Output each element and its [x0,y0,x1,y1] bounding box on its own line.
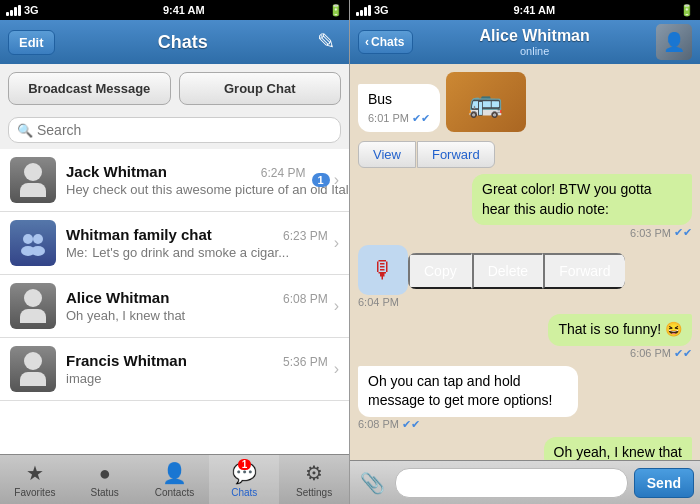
message-text: Great color! BTW you gotta hear this aud… [482,181,652,217]
tab-chats[interactable]: 💬 1 Chats [209,455,279,504]
settings-icon: ⚙ [305,461,323,485]
message-time-row: 6:04 PM [358,296,399,308]
avatar-head [24,352,42,370]
svg-point-0 [23,234,33,244]
search-input-wrap: 🔍 [8,117,341,143]
avatar-person-alice [10,283,56,329]
send-button[interactable]: Send [634,468,694,498]
chevron-right-icon: › [334,171,339,189]
back-button[interactable]: ‹ Chats [358,30,413,54]
right-nav-bar: ‹ Chats Alice Whitman online 👤 [350,20,700,64]
contact-status: online [419,45,650,57]
search-input[interactable] [37,122,332,138]
avatar [10,346,56,392]
network-type: 3G [24,4,39,16]
avatar [10,157,56,203]
attach-button[interactable]: 📎 [356,469,389,497]
chat-preview: Me: [66,245,88,260]
copy-button[interactable]: Copy [408,253,472,289]
tab-badge: 1 [238,459,252,470]
bus-icon: 🚌 [468,86,503,119]
message-input[interactable] [395,468,628,498]
list-item[interactable]: Francis Whitman 5:36 PM image › [0,338,349,401]
message-row: Bus 6:01 PM ✔✔ 🚌 [358,72,692,132]
forward-button[interactable]: Forward [543,253,624,289]
avatar-head [24,289,42,307]
bar4 [368,5,371,16]
edit-button[interactable]: Edit [8,30,55,55]
bar1 [6,12,9,16]
tab-label: Favorites [14,487,55,498]
tab-bar: ★ Favorites ● Status 👤 Contacts 💬 1 Chat… [0,454,349,504]
message-bubble[interactable]: Oh you can tap and hold message to get m… [358,366,578,417]
chevron-right-icon: › [334,297,339,315]
chat-info: Alice Whitman 6:08 PM Oh yeah, I knew th… [66,289,328,324]
search-icon: 🔍 [17,123,33,138]
tab-favorites[interactable]: ★ Favorites [0,455,70,504]
search-bar: 🔍 [0,113,349,149]
contact-name: Alice Whitman [419,27,650,45]
list-item[interactable]: Whitman family chat 6:23 PM Me: Let's go… [0,212,349,275]
list-item[interactable]: Jack Whitman 6:24 PM Hey check out this … [0,149,349,212]
status-icon: ● [99,462,111,485]
message-bubble[interactable]: That is so funny! 😆 [548,314,692,346]
message-row: 🎙 Copy Delete Forward 6:04 PM [358,245,692,308]
message-with-image: Bus 6:01 PM ✔✔ 🚌 [358,72,526,132]
avatar-body [20,372,46,386]
contact-avatar[interactable]: 👤 [656,24,692,60]
message-image[interactable]: 🚌 [446,72,526,132]
double-check-icon: ✔✔ [674,226,692,239]
message-time: 6:04 PM [358,296,399,308]
chat-time: 6:23 PM [283,229,328,243]
message-time: 6:06 PM [630,347,671,359]
right-status-bar: 3G 9:41 AM 🔋 [350,0,700,20]
chat-name: Francis Whitman [66,352,187,369]
delete-button[interactable]: Delete [472,253,543,289]
favorites-icon: ★ [26,461,44,485]
message-row: Great color! BTW you gotta hear this aud… [358,174,692,239]
bar2 [360,10,363,16]
svg-point-3 [31,246,45,256]
chat-name: Whitman family chat [66,226,212,243]
tab-status[interactable]: ● Status [70,455,140,504]
message-row: Oh you can tap and hold message to get m… [358,366,692,431]
chat-time: 5:36 PM [283,355,328,369]
avatar [10,220,56,266]
group-chat-button[interactable]: Group Chat [179,72,342,105]
chat-preview: image [66,371,101,386]
back-chevron-icon: ‹ [365,35,369,49]
chat-info: Francis Whitman 5:36 PM image [66,352,328,387]
avatar-body [20,309,46,323]
message-time-row: 6:08 PM ✔✔ [358,418,420,431]
signal-bars [6,5,21,16]
chat-name-row: Alice Whitman 6:08 PM [66,289,328,306]
forward-button[interactable]: Forward [417,141,495,168]
message-bubble[interactable]: Oh yeah, I knew that [544,437,692,460]
avatar [10,283,56,329]
broadcast-button[interactable]: Broadcast Message [8,72,171,105]
chat-meta: 1 › [312,171,339,189]
tab-settings[interactable]: ⚙ Settings [279,455,349,504]
message-bubble[interactable]: Great color! BTW you gotta hear this aud… [472,174,692,225]
right-nav-title: Alice Whitman online [419,27,650,57]
message-row: That is so funny! 😆 6:06 PM ✔✔ [358,314,692,360]
view-button[interactable]: View [358,141,416,168]
tab-contacts[interactable]: 👤 Contacts [140,455,210,504]
bar1 [356,12,359,16]
message-text: Oh you can tap and hold message to get m… [368,373,552,409]
message-text: That is so funny! 😆 [558,321,682,337]
chevron-right-icon: › [334,360,339,378]
chat-name: Jack Whitman [66,163,167,180]
message-bubble[interactable]: Bus 6:01 PM ✔✔ [358,84,440,132]
list-item[interactable]: Alice Whitman 6:08 PM Oh yeah, I knew th… [0,275,349,338]
context-menu: Copy Delete Forward [408,253,625,289]
chat-preview-2: Let's go drink and smoke a cigar... [92,245,289,260]
new-chat-button[interactable]: ✎ [311,27,341,57]
chat-name-row: Francis Whitman 5:36 PM [66,352,328,369]
audio-bubble[interactable]: 🎙 [358,245,408,295]
double-check-icon: ✔✔ [412,111,430,126]
message-time-row: 6:01 PM ✔✔ [368,111,430,126]
avatar-body [20,183,46,197]
chat-meta: › [334,234,339,252]
right-network: 3G [374,4,389,16]
